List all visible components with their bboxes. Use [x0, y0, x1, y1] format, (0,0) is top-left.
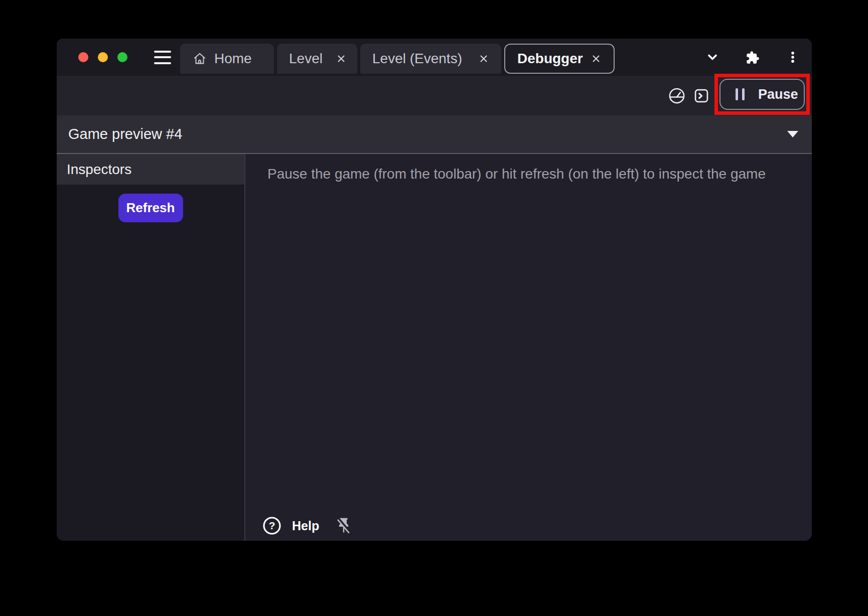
tab-debugger[interactable]: Debugger — [504, 44, 615, 74]
kebab-menu-icon[interactable] — [786, 50, 800, 64]
maximize-window-button[interactable] — [117, 52, 127, 62]
tab-home[interactable]: Home — [180, 44, 274, 74]
tab-close-icon[interactable] — [591, 53, 602, 64]
tabs: Home Level Level (Events) Debugger — [180, 44, 615, 76]
inspectors-header-label: Inspectors — [67, 162, 131, 178]
chevron-down-icon[interactable] — [705, 50, 719, 64]
tab-label: Level — [289, 51, 323, 67]
dropdown-caret-icon — [787, 131, 798, 137]
debugger-content: Inspectors Refresh Pause the game (from … — [57, 154, 812, 541]
pause-button[interactable]: Pause — [719, 79, 805, 110]
extensions-puzzle-icon[interactable] — [746, 50, 760, 64]
svg-text:?: ? — [269, 520, 275, 531]
debugger-toolbar — [57, 76, 812, 115]
pause-button-label: Pause — [758, 87, 798, 102]
instruction-message: Pause the game (from the toolbar) or hit… — [245, 154, 812, 182]
tab-label: Level (Events) — [372, 51, 462, 67]
minimize-window-button[interactable] — [98, 52, 108, 62]
close-window-button[interactable] — [78, 52, 88, 62]
inspectors-sidebar: Inspectors Refresh — [57, 154, 244, 541]
main-panel: Pause the game (from the toolbar) or hit… — [245, 154, 812, 541]
inspectors-header: Inspectors — [57, 154, 244, 185]
tab-bar: Home Level Level (Events) Debugger — [57, 39, 812, 76]
pause-icon — [736, 88, 745, 100]
help-label[interactable]: Help — [292, 519, 319, 533]
app-window: Home Level Level (Events) Debugger — [57, 39, 812, 541]
unpin-icon[interactable] — [334, 516, 353, 535]
tab-close-icon[interactable] — [478, 53, 489, 64]
tab-label: Home — [214, 51, 252, 67]
profiler-icon[interactable] — [668, 87, 686, 105]
tab-level[interactable]: Level — [277, 44, 357, 74]
tabbar-right-actions — [705, 50, 812, 64]
console-icon[interactable] — [693, 87, 710, 104]
game-preview-selector[interactable]: Game preview #4 — [57, 115, 812, 154]
menu-icon[interactable] — [154, 51, 171, 64]
tab-close-icon[interactable] — [336, 53, 347, 64]
tab-level-events[interactable]: Level (Events) — [360, 44, 501, 74]
help-row: ? Help — [262, 516, 353, 536]
traffic-lights — [57, 52, 127, 62]
help-icon[interactable]: ? — [262, 516, 282, 536]
game-preview-title: Game preview #4 — [68, 126, 182, 142]
annotation-highlight: Pause — [714, 74, 810, 115]
home-icon — [192, 51, 207, 66]
refresh-button[interactable]: Refresh — [118, 194, 183, 222]
tab-label: Debugger — [517, 51, 583, 67]
